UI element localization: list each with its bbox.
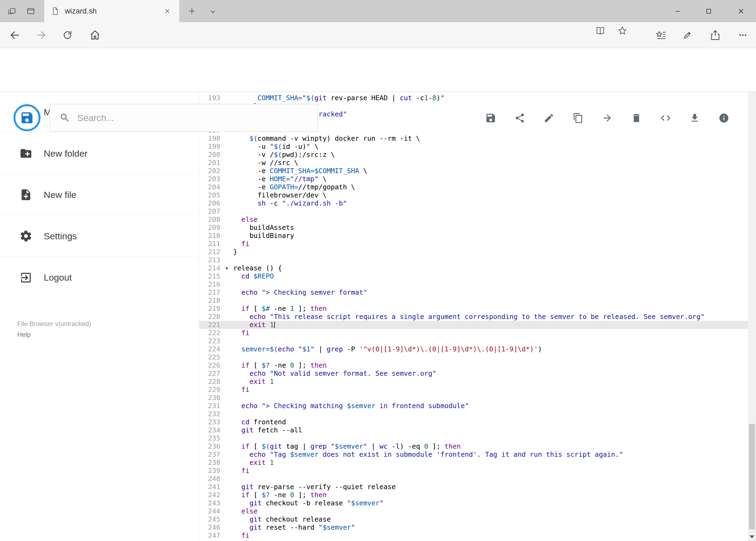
line-number: 193: [199, 94, 220, 102]
line-number: 227: [199, 369, 220, 377]
code-line-235[interactable]: 235: [199, 434, 748, 442]
search-box[interactable]: [50, 104, 318, 132]
web-notes-button[interactable]: [681, 29, 693, 41]
code-text: echo "This release script requires a sin…: [233, 313, 704, 321]
code-area[interactable]: 193 COMMIT_SHA="$(git rev-parse HEAD | c…: [199, 94, 748, 540]
info-button[interactable]: [718, 112, 730, 124]
code-line-206[interactable]: 206 sh -c "./wizard.sh -b": [199, 199, 748, 208]
window-maximize-button[interactable]: [694, 0, 722, 22]
sidebar-item-new-folder[interactable]: New folder: [0, 133, 199, 174]
code-line-218[interactable]: 218: [199, 296, 748, 305]
code-line-238[interactable]: 238 exit 1: [199, 459, 748, 467]
code-line-243[interactable]: 243 git checkout -b release "$semver": [199, 499, 748, 507]
code-line-220[interactable]: 220 echo "This release script requires a…: [199, 313, 748, 321]
back-arrow-icon: [9, 29, 21, 41]
code-line-227[interactable]: 227 echo "Not valid semver format. See s…: [199, 369, 748, 377]
code-line-241[interactable]: 241 git rev-parse --verify --quiet relea…: [199, 483, 748, 491]
set-tabs-aside-button[interactable]: [7, 6, 17, 16]
share-button[interactable]: [709, 29, 721, 41]
code-line-204[interactable]: 204 -e GOPATH=//tmp/gopath \: [199, 183, 748, 191]
code-line-245[interactable]: 245 git checkout release: [199, 515, 748, 523]
code-line-242[interactable]: 242 if [ $? -ne 0 ]; then: [199, 491, 748, 499]
code-text: if [ $? -ne 0 ]; then: [233, 491, 327, 499]
code-line-229[interactable]: 229 fi: [199, 386, 748, 394]
tab-list-chevron-button[interactable]: [208, 7, 217, 16]
new-tab-button[interactable]: [187, 6, 197, 16]
download-button[interactable]: [689, 112, 701, 124]
code-line-202[interactable]: 202 -e COMMIT_SHA=$COMMIT_SHA \: [199, 167, 748, 175]
new-folder-icon: [19, 147, 32, 160]
browser-tab[interactable]: wizard.sh: [44, 0, 179, 22]
code-line-207[interactable]: 207: [199, 208, 748, 216]
copy-button[interactable]: [572, 112, 584, 124]
code-line-244[interactable]: 244 else: [199, 507, 748, 515]
hub-favorites-button[interactable]: [655, 29, 667, 41]
code-line-228[interactable]: 228 exit 1: [199, 377, 748, 386]
window-close-button[interactable]: [727, 0, 755, 22]
code-line-234[interactable]: 234 git fetch --all: [199, 426, 748, 434]
code-line-231[interactable]: 231 echo "> Checking matching $semver in…: [199, 402, 748, 410]
text-cursor: [274, 322, 275, 328]
code-line-236[interactable]: 236 if [ $(git tag | grep "$semver" | wc…: [199, 442, 748, 450]
move-button[interactable]: [601, 112, 613, 124]
code-line-211[interactable]: 211 fi: [199, 240, 748, 248]
search-input[interactable]: [77, 113, 293, 123]
code-line-225[interactable]: 225: [199, 353, 748, 361]
back-button[interactable]: [9, 29, 21, 41]
code-line-217[interactable]: 217 echo "> Checking semver format": [199, 288, 748, 296]
sidebar-item-logout[interactable]: Logout: [0, 257, 199, 298]
refresh-button[interactable]: [62, 29, 74, 41]
share-file-button[interactable]: [514, 112, 526, 124]
code-line-237[interactable]: 237 echo "Tag $semver does not exist in …: [199, 450, 748, 459]
help-link[interactable]: Help: [17, 329, 91, 340]
plus-icon: [187, 6, 197, 16]
code-line-212[interactable]: 212}: [199, 248, 748, 256]
code-line-246[interactable]: 246 git reset --hard "$semver": [199, 523, 748, 532]
code-line-203[interactable]: 203 -e HOME="//tmp" \: [199, 175, 748, 183]
reading-view-button[interactable]: [594, 25, 606, 37]
code-line-226[interactable]: 226 if [ $? -ne 0 ]; then: [199, 361, 748, 369]
code-line-209[interactable]: 209 buildAssets: [199, 224, 748, 232]
code-text: cd $REPO: [233, 272, 274, 280]
page-scrollbar[interactable]: [748, 48, 756, 541]
scrollbar-thumb[interactable]: [749, 424, 755, 529]
forward-button[interactable]: [35, 29, 47, 41]
code-line-201[interactable]: 201 -w //src \: [199, 159, 748, 167]
more-options-button[interactable]: [737, 29, 749, 41]
close-tab-button[interactable]: [162, 6, 172, 16]
rename-button[interactable]: [543, 112, 555, 124]
home-button[interactable]: [89, 29, 101, 41]
favorite-star-button[interactable]: [617, 25, 629, 37]
tab-preview-button[interactable]: [26, 6, 36, 16]
code-line-213[interactable]: 213: [199, 256, 748, 264]
code-line-210[interactable]: 210 buildBinary: [199, 232, 748, 240]
app-logo[interactable]: [14, 104, 41, 131]
code-line-223[interactable]: 223: [199, 337, 748, 345]
save-button[interactable]: [485, 112, 497, 124]
window-minimize-button[interactable]: [664, 0, 692, 22]
code-line-239[interactable]: 239 fi: [199, 467, 748, 475]
scrollbar-down-arrow-icon[interactable]: [750, 535, 754, 539]
fold-marker-icon[interactable]: ▾: [220, 264, 233, 272]
code-line-221[interactable]: 221 exit 1: [199, 321, 748, 329]
code-line-240[interactable]: 240: [199, 475, 748, 483]
code-line-214[interactable]: 214▾release () {: [199, 264, 748, 272]
delete-button[interactable]: [630, 112, 642, 124]
code-line-224[interactable]: 224 semver=$(echo "$1" | grep -P '^v(0|[…: [199, 345, 748, 353]
code-line-233[interactable]: 233 cd frontend: [199, 418, 748, 426]
code-line-205[interactable]: 205 filebrowser/dev \: [199, 191, 748, 199]
code-line-215[interactable]: 215 cd $REPO: [199, 272, 748, 280]
source-code-button[interactable]: [660, 112, 671, 124]
code-line-230[interactable]: 230: [199, 394, 748, 402]
code-line-222[interactable]: 222 fi: [199, 329, 748, 337]
code-line-219[interactable]: 219 if [ $# -ne 1 ]; then: [199, 305, 748, 313]
code-line-216[interactable]: 216: [199, 280, 748, 288]
code-line-247[interactable]: 247 fi: [199, 532, 748, 540]
code-line-232[interactable]: 232: [199, 410, 748, 418]
sidebar-item-settings[interactable]: Settings: [0, 216, 199, 257]
code-line-200[interactable]: 200 -v /$(pwd):/src:z \: [199, 151, 748, 159]
code-editor[interactable]: 193 COMMIT_SHA="$(git rev-parse HEAD | c…: [199, 92, 748, 541]
sidebar-item-new-file[interactable]: New file: [0, 174, 199, 216]
code-line-199[interactable]: 199 -u "$(id -u)" \: [199, 143, 748, 151]
code-line-208[interactable]: 208 else: [199, 216, 748, 224]
